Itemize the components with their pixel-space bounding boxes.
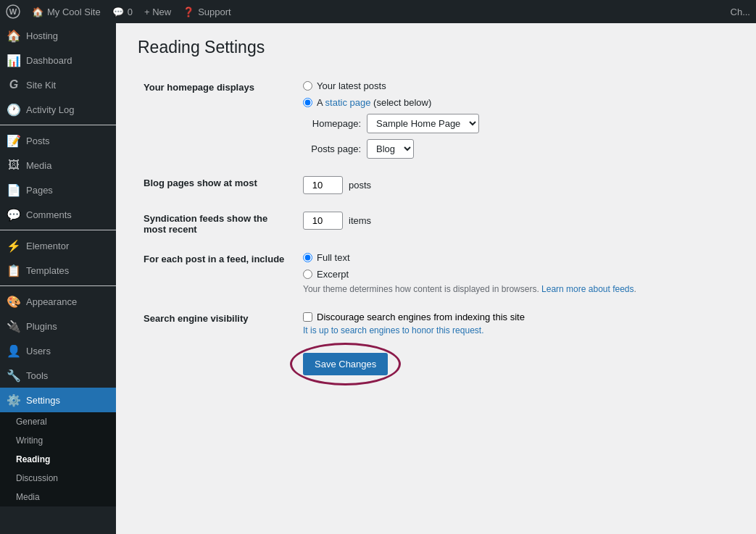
homepage-select[interactable]: Sample Home Page bbox=[367, 114, 479, 133]
full-text-radio[interactable] bbox=[303, 253, 312, 262]
settings-icon: ⚙️ bbox=[7, 393, 20, 406]
homepage-radio-group: Your latest posts A static page (select … bbox=[303, 80, 728, 108]
sidebar-submenu: General Writing Reading Discussion Media bbox=[0, 412, 116, 506]
wp-logo-item[interactable]: W bbox=[6, 4, 20, 19]
syndication-input[interactable] bbox=[303, 212, 343, 230]
sidebar-item-sitekit[interactable]: G Site Kit bbox=[0, 72, 116, 97]
sidebar-item-writing[interactable]: Writing bbox=[0, 431, 116, 450]
homepage-displays-row: Your homepage displays Your latest posts… bbox=[138, 72, 734, 167]
sidebar-item-activity-log[interactable]: 🕐 Activity Log bbox=[0, 97, 116, 122]
content-area: Reading Settings Your homepage displays … bbox=[116, 23, 756, 534]
blog-pages-label: Blog pages show at most bbox=[138, 167, 297, 203]
sidebar-item-reading[interactable]: Reading bbox=[0, 450, 116, 469]
sidebar-media-label: Media bbox=[26, 160, 51, 171]
svg-text:W: W bbox=[9, 7, 17, 16]
media-icon: 🖼 bbox=[7, 159, 20, 172]
tools-icon: 🔧 bbox=[7, 369, 20, 382]
sidebar-item-plugins[interactable]: 🔌 Plugins bbox=[0, 314, 116, 338]
feed-radio-group: Full text Excerpt bbox=[303, 252, 728, 280]
syndication-label: Syndication feeds show the most recent bbox=[138, 203, 297, 243]
homepage-dropdown-label: Homepage: bbox=[303, 118, 361, 129]
sidebar-item-discussion[interactable]: Discussion bbox=[0, 469, 116, 488]
sidebar-item-general[interactable]: General bbox=[0, 412, 116, 431]
search-visibility-row: Search engine visibility Discourage sear… bbox=[138, 303, 734, 344]
page-title: Reading Settings bbox=[138, 38, 734, 57]
posts-icon: 📝 bbox=[7, 134, 20, 147]
syndication-value: items bbox=[297, 203, 734, 243]
excerpt-label: Excerpt bbox=[317, 269, 349, 280]
sidebar-divider-2 bbox=[0, 230, 116, 230]
sidebar-item-tools[interactable]: 🔧 Tools bbox=[0, 363, 116, 388]
sidebar-item-elementor[interactable]: ⚡ Elementor bbox=[0, 233, 116, 258]
sidebar-item-pages[interactable]: 📄 Pages bbox=[0, 178, 116, 202]
hosting-icon: 🏠 bbox=[7, 29, 20, 42]
sidebar-appearance-label: Appearance bbox=[26, 296, 77, 307]
sidebar-divider-3 bbox=[0, 285, 116, 286]
static-page-label: A static page (select below) bbox=[317, 97, 431, 108]
media-sub-label: Media bbox=[16, 492, 40, 502]
search-visibility-checkbox[interactable] bbox=[303, 312, 312, 322]
sidebar-item-templates[interactable]: 📋 Templates bbox=[0, 258, 116, 283]
new-item[interactable]: + New bbox=[144, 7, 171, 17]
topbar-right-text: Ch... bbox=[731, 7, 750, 17]
feed-include-value: Full text Excerpt Your theme determines … bbox=[297, 243, 734, 303]
general-label: General bbox=[16, 417, 47, 427]
blog-pages-row: Blog pages show at most posts bbox=[138, 167, 734, 203]
sidebar-item-media[interactable]: 🖼 Media bbox=[0, 153, 116, 178]
full-text-row: Full text bbox=[303, 252, 728, 263]
writing-label: Writing bbox=[16, 435, 43, 446]
pages-icon: 📄 bbox=[7, 183, 20, 196]
posts-page-select[interactable]: Blog bbox=[367, 139, 414, 159]
comments-item[interactable]: 💬 0 bbox=[112, 7, 133, 17]
static-page-radio[interactable] bbox=[303, 98, 312, 107]
sidebar-activitylog-label: Activity Log bbox=[26, 104, 74, 115]
posts-page-dropdown-row: Posts page: Blog bbox=[303, 139, 728, 159]
sidebar-item-users[interactable]: 👤 Users bbox=[0, 338, 116, 363]
homepage-displays-label: Your homepage displays bbox=[138, 72, 297, 167]
sidebar-sitekit-label: Site Kit bbox=[26, 80, 56, 91]
blog-pages-suffix: posts bbox=[349, 180, 371, 191]
learn-more-link[interactable]: Learn more about feeds bbox=[541, 284, 634, 294]
search-visibility-checkbox-row: Discourage search engines from indexing … bbox=[303, 312, 728, 322]
sidebar-item-posts[interactable]: 📝 Posts bbox=[0, 128, 116, 153]
site-name: My Cool Site bbox=[47, 7, 101, 17]
settings-table: Your homepage displays Your latest posts… bbox=[138, 72, 734, 384]
latest-posts-radio[interactable] bbox=[303, 81, 312, 91]
blog-pages-value: posts bbox=[297, 167, 734, 203]
comments-sidebar-icon: 💬 bbox=[7, 208, 20, 221]
syndication-suffix: items bbox=[349, 215, 371, 226]
sidebar-posts-label: Posts bbox=[26, 135, 50, 146]
sidebar-item-dashboard[interactable]: 📊 Dashboard bbox=[0, 48, 116, 72]
latest-posts-label: Your latest posts bbox=[317, 80, 386, 91]
excerpt-row: Excerpt bbox=[303, 269, 728, 280]
sidebar-item-settings[interactable]: ⚙️ Settings bbox=[0, 388, 116, 412]
sidebar-item-comments[interactable]: 💬 Comments bbox=[0, 202, 116, 227]
sidebar-pages-label: Pages bbox=[26, 185, 53, 196]
discussion-label: Discussion bbox=[16, 473, 58, 483]
blog-pages-input[interactable] bbox=[303, 176, 343, 194]
support-label: Support bbox=[198, 7, 231, 17]
sidebar-item-appearance[interactable]: 🎨 Appearance bbox=[0, 289, 116, 314]
full-text-label: Full text bbox=[317, 252, 350, 263]
syndication-inline: items bbox=[303, 212, 728, 230]
sidebar-item-media-sub[interactable]: Media bbox=[0, 488, 116, 506]
homepage-displays-value: Your latest posts A static page (select … bbox=[297, 72, 734, 167]
home-icon: 🏠 bbox=[32, 7, 43, 17]
site-name-item[interactable]: 🏠 My Cool Site bbox=[32, 7, 101, 17]
wp-logo-icon: W bbox=[6, 4, 20, 19]
sidebar-item-hosting[interactable]: 🏠 Hosting bbox=[0, 23, 116, 48]
sidebar-settings-label: Settings bbox=[26, 395, 60, 406]
static-page-link[interactable]: static page bbox=[325, 97, 371, 108]
new-label: + New bbox=[144, 7, 171, 17]
feed-include-row: For each post in a feed, include Full te… bbox=[138, 243, 734, 303]
plugins-icon: 🔌 bbox=[7, 320, 20, 333]
homepage-dropdown-row: Homepage: Sample Home Page bbox=[303, 114, 728, 133]
excerpt-radio[interactable] bbox=[303, 270, 312, 279]
sidebar-comments-label: Comments bbox=[26, 209, 72, 220]
save-label-cell bbox=[138, 344, 297, 384]
topbar: W 🏠 My Cool Site 💬 0 + New ❓ Support Ch.… bbox=[0, 0, 756, 23]
support-item[interactable]: ❓ Support bbox=[183, 7, 231, 17]
main-layout: 🏠 Hosting 📊 Dashboard G Site Kit 🕐 Activ… bbox=[0, 23, 756, 534]
dashboard-icon: 📊 bbox=[7, 54, 20, 67]
save-changes-button[interactable]: Save Changes bbox=[303, 353, 388, 375]
